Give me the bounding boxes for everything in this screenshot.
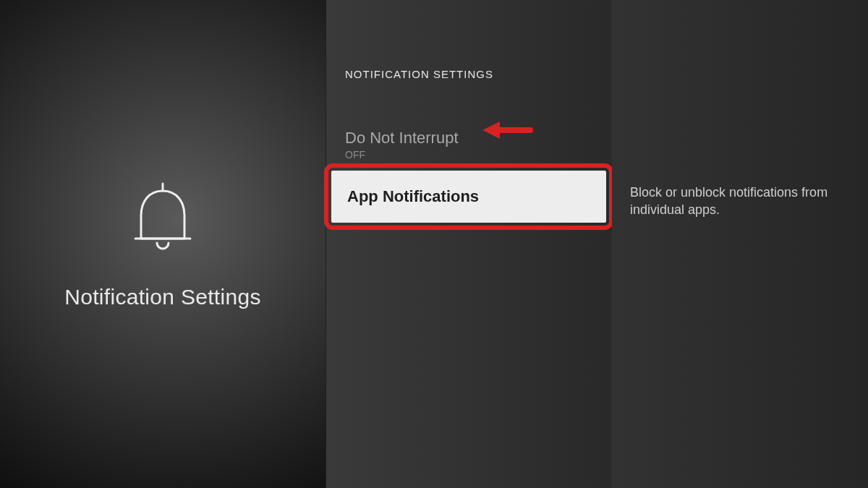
menu-header: NOTIFICATION SETTINGS bbox=[345, 68, 493, 80]
menu-list: Do Not Interrupt OFF App Notifications bbox=[326, 123, 611, 166]
menu-item-value: OFF bbox=[345, 149, 592, 160]
menu-item-label: App Notifications bbox=[347, 187, 479, 206]
annotation-highlight-box: App Notifications bbox=[324, 163, 613, 230]
description-pane: Block or unblock notifications from indi… bbox=[612, 0, 868, 488]
category-title: Notification Settings bbox=[64, 285, 260, 309]
item-description: Block or unblock notifications from indi… bbox=[630, 184, 846, 219]
menu-item-label: Do Not Interrupt bbox=[345, 129, 592, 147]
menu-item-do-not-interrupt[interactable]: Do Not Interrupt OFF bbox=[326, 123, 611, 166]
menu-item-app-notifications[interactable]: App Notifications bbox=[331, 171, 606, 223]
bell-icon bbox=[119, 172, 206, 259]
category-summary-pane: Notification Settings bbox=[0, 0, 326, 488]
settings-menu-pane: NOTIFICATION SETTINGS Do Not Interrupt O… bbox=[326, 0, 612, 488]
